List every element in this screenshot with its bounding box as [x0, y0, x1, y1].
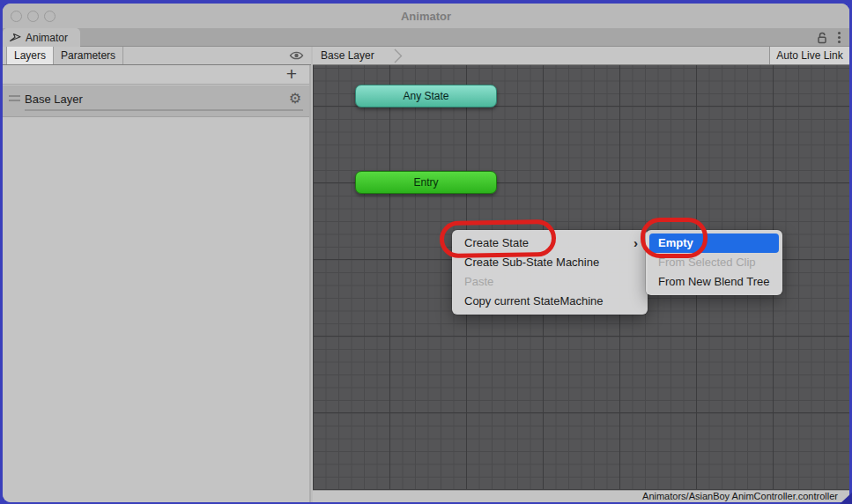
layer-row-base-layer[interactable]: Base Layer ⚙: [3, 85, 309, 117]
submenu-item-from-selected-clip: From Selected Clip: [646, 253, 782, 272]
tab-animator-label: Animator: [26, 32, 68, 44]
node-entry[interactable]: Entry: [355, 171, 497, 194]
tab-strip: Animator: [3, 28, 849, 47]
animator-window: Animator Animator: [3, 4, 849, 502]
auto-live-link-button[interactable]: Auto Live Link: [769, 47, 849, 64]
submenu-item-from-new-blend-tree[interactable]: From New Blend Tree: [646, 272, 782, 292]
add-layer-button[interactable]: +: [283, 63, 300, 85]
side-panel-toolbar: Layers Parameters: [3, 47, 311, 65]
tab-layers[interactable]: Layers: [6, 47, 54, 64]
kebab-menu-icon[interactable]: [836, 30, 842, 45]
submenu-arrow-icon: ›: [633, 233, 638, 253]
breadcrumb[interactable]: Base Layer: [313, 49, 374, 62]
tab-animator[interactable]: Animator: [3, 28, 80, 47]
node-any-state[interactable]: Any State: [355, 85, 497, 107]
animator-icon: [9, 33, 21, 42]
submenu-item-empty[interactable]: Empty: [649, 233, 779, 253]
menu-item-create-state[interactable]: Create State ›: [452, 233, 648, 253]
layer-add-row: +: [3, 65, 309, 85]
title-bar: Animator: [3, 4, 849, 28]
unlock-icon[interactable]: [817, 32, 827, 44]
layer-weight-slider[interactable]: [25, 109, 303, 111]
context-menu: Create State › Create Sub-State Machine …: [452, 230, 648, 315]
layer-name: Base Layer: [25, 93, 83, 106]
menu-item-copy-current-statemachine[interactable]: Copy current StateMachine: [452, 292, 648, 311]
window-title: Animator: [3, 10, 849, 23]
desktop-background: Animator Animator: [0, 0, 852, 504]
gear-icon[interactable]: ⚙: [289, 90, 301, 107]
create-state-submenu: Empty From Selected Clip From New Blend …: [646, 230, 782, 295]
status-bar: Animators/AsianBoy AnimController.contro…: [313, 490, 849, 502]
menu-item-create-sub-state-machine[interactable]: Create Sub-State Machine: [452, 253, 648, 272]
breadcrumb-chevron-icon: [394, 48, 403, 63]
canvas-toolbar: Base Layer Auto Live Link: [313, 47, 849, 65]
drag-handle-icon[interactable]: [9, 95, 20, 104]
menu-item-paste: Paste: [452, 272, 648, 292]
eye-icon[interactable]: [289, 50, 304, 61]
tab-parameters[interactable]: Parameters: [54, 47, 123, 64]
layers-panel: + Base Layer ⚙: [3, 65, 311, 502]
controller-path: Animators/AsianBoy AnimController.contro…: [642, 491, 838, 501]
